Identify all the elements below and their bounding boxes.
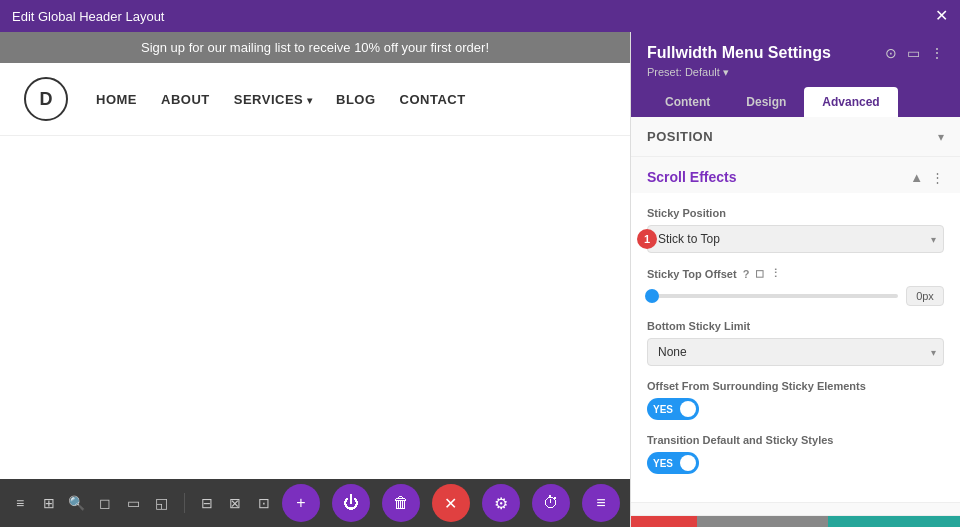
toolbar-desktop-icon[interactable]: ◻ <box>95 489 115 517</box>
toolbar-layout-icon[interactable]: ⊠ <box>225 489 245 517</box>
sticky-offset-thumb[interactable] <box>645 289 659 303</box>
tab-content[interactable]: Content <box>647 87 728 117</box>
panel-more-icon[interactable]: ⋮ <box>930 45 944 61</box>
nav-links: HOME ABOUT SERVICES BLOG CONTACT <box>96 92 466 107</box>
panel-header: Fullwidth Menu Settings ⊙ ▭ ⋮ Preset: De… <box>631 32 960 117</box>
offset-surrounding-toggle-wrap: YES <box>647 398 944 420</box>
toolbar-settings-button[interactable]: ⚙ <box>482 484 520 522</box>
offset-surrounding-knob <box>680 401 696 417</box>
sticky-offset-track[interactable] <box>647 294 898 298</box>
toolbar-menu-icon[interactable]: ≡ <box>10 489 30 517</box>
toolbar-list-button[interactable]: ≡ <box>582 484 620 522</box>
sticky-position-select-wrap: 1 Stick to Top Stick to Bottom None ▾ <box>647 225 944 253</box>
toolbar-mobile-icon[interactable]: ◱ <box>152 489 172 517</box>
toolbar-expand-icon[interactable]: ⊡ <box>254 489 274 517</box>
panel-action-bar: ✕ ↩ ↻ ✓ Save <box>631 515 960 527</box>
toolbar-separator <box>184 493 185 513</box>
transition-default-label: Transition Default and Sticky Styles <box>647 434 944 446</box>
right-panel: Fullwidth Menu Settings ⊙ ▭ ⋮ Preset: De… <box>630 32 960 527</box>
cancel-action-button[interactable]: ✕ <box>631 516 697 528</box>
scroll-effects-title: Scroll Effects <box>647 169 736 185</box>
app-wrapper: Edit Global Header Layout ✕ Sign up for … <box>0 0 960 527</box>
save-button[interactable]: Save <box>894 516 960 528</box>
bottom-sticky-limit-label: Bottom Sticky Limit <box>647 320 944 332</box>
promo-text: Sign up for our mailing list to receive … <box>141 40 489 55</box>
transition-default-toggle[interactable]: YES <box>647 452 699 474</box>
position-section-title: Position <box>647 129 713 144</box>
panel-body: Position ▾ Scroll Effects ▲ ⋮ Sticky <box>631 117 960 515</box>
redo-action-button[interactable]: ↻ <box>762 516 828 528</box>
toolbar-delete-button[interactable]: 🗑 <box>382 484 420 522</box>
toolbar-add-button[interactable]: + <box>282 484 320 522</box>
toolbar-center: + ⏻ 🗑 ✕ ⚙ ⏱ ≡ <box>282 484 620 522</box>
scroll-effects-content: Sticky Position 1 Stick to Top Stick to … <box>631 193 960 503</box>
nav-logo: D <box>24 77 68 121</box>
sticky-top-offset-field: Sticky Top Offset ? ◻ ⋮ 0px <box>647 267 944 306</box>
scroll-more-icon[interactable]: ⋮ <box>931 170 944 185</box>
toolbar-close-button[interactable]: ✕ <box>432 484 470 522</box>
sticky-offset-desktop-icon[interactable]: ◻ <box>755 267 764 280</box>
promo-bar: Sign up for our mailing list to receive … <box>0 32 630 63</box>
panel-title: Fullwidth Menu Settings <box>647 44 831 62</box>
nav-link-services[interactable]: SERVICES <box>234 92 312 107</box>
sticky-position-label: Sticky Position <box>647 207 944 219</box>
offset-surrounding-label: Offset From Surrounding Sticky Elements <box>647 380 944 392</box>
transition-default-toggle-wrap: YES <box>647 452 944 474</box>
nav-logo-letter: D <box>40 89 53 110</box>
scroll-collapse-icon[interactable]: ▲ <box>910 170 923 185</box>
nav-link-contact[interactable]: CONTACT <box>400 92 466 107</box>
top-bar-close-button[interactable]: ✕ <box>935 8 948 24</box>
position-section-header[interactable]: Position ▾ <box>631 117 960 157</box>
nav-area: D HOME ABOUT SERVICES BLOG CONTACT <box>0 63 630 136</box>
tab-advanced[interactable]: Advanced <box>804 87 897 117</box>
bottom-sticky-limit-field: Bottom Sticky Limit None Section Row ▾ <box>647 320 944 366</box>
transition-default-toggle-yes: YES <box>653 458 673 469</box>
offset-surrounding-field: Offset From Surrounding Sticky Elements … <box>647 380 944 420</box>
panel-tabs: Content Design Advanced <box>647 87 944 117</box>
sticky-offset-value: 0px <box>906 286 944 306</box>
toolbar-wireframe-icon[interactable]: ⊟ <box>197 489 217 517</box>
undo-action-button[interactable]: ↩ <box>697 516 763 528</box>
top-bar: Edit Global Header Layout ✕ <box>0 0 960 32</box>
nav-link-about[interactable]: ABOUT <box>161 92 210 107</box>
sticky-position-badge: 1 <box>637 229 657 249</box>
position-collapse-arrow: ▾ <box>938 130 944 144</box>
transition-default-knob <box>680 455 696 471</box>
nav-link-home[interactable]: HOME <box>96 92 137 107</box>
sticky-offset-more-icon[interactable]: ⋮ <box>770 267 781 280</box>
nav-link-blog[interactable]: BLOG <box>336 92 376 107</box>
panel-settings-icon[interactable]: ⊙ <box>885 45 897 61</box>
panel-header-top: Fullwidth Menu Settings ⊙ ▭ ⋮ <box>647 44 944 62</box>
toolbar-grid-icon[interactable]: ⊞ <box>38 489 58 517</box>
top-bar-title: Edit Global Header Layout <box>12 9 164 24</box>
canvas: Sign up for our mailing list to receive … <box>0 32 630 527</box>
panel-preset[interactable]: Preset: Default ▾ <box>647 66 944 79</box>
sticky-top-offset-label: Sticky Top Offset ? ◻ ⋮ <box>647 267 944 280</box>
panel-header-icons: ⊙ ▭ ⋮ <box>885 45 944 61</box>
toolbar-search-icon[interactable]: 🔍 <box>67 489 87 517</box>
scroll-effects-header: Scroll Effects ▲ ⋮ <box>631 157 960 193</box>
sticky-position-select[interactable]: Stick to Top Stick to Bottom None <box>647 225 944 253</box>
offset-surrounding-toggle-yes: YES <box>653 404 673 415</box>
toolbar-tablet-icon[interactable]: ▭ <box>123 489 143 517</box>
sticky-top-offset-slider-row: 0px <box>647 286 944 306</box>
bottom-sticky-limit-select[interactable]: None Section Row <box>647 338 944 366</box>
sticky-offset-help-icon[interactable]: ? <box>743 268 750 280</box>
offset-surrounding-toggle[interactable]: YES <box>647 398 699 420</box>
panel-layout-icon[interactable]: ▭ <box>907 45 920 61</box>
scroll-section-icons: ▲ ⋮ <box>910 170 944 185</box>
sticky-position-field: Sticky Position 1 Stick to Top Stick to … <box>647 207 944 253</box>
toolbar-timer-button[interactable]: ⏱ <box>532 484 570 522</box>
toolbar-power-button[interactable]: ⏻ <box>332 484 370 522</box>
confirm-action-button[interactable]: ✓ <box>828 516 894 528</box>
bottom-toolbar: ≡ ⊞ 🔍 ◻ ▭ ◱ ⊟ ⊠ ⊡ + ⏻ 🗑 ✕ ⚙ ⏱ ≡ <box>0 479 630 527</box>
bottom-sticky-limit-select-wrap: None Section Row ▾ <box>647 338 944 366</box>
transition-default-field: Transition Default and Sticky Styles YES <box>647 434 944 474</box>
tab-design[interactable]: Design <box>728 87 804 117</box>
